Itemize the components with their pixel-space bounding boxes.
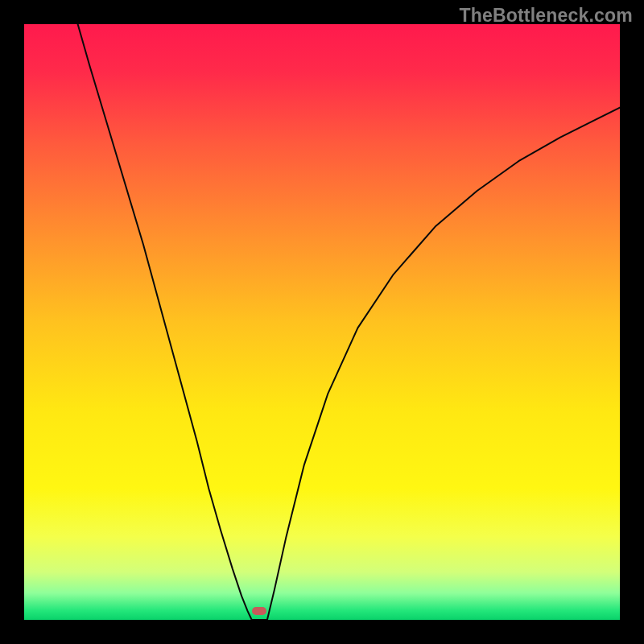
chart-frame: TheBottleneck.com — [0, 0, 644, 644]
optimum-marker — [252, 607, 266, 615]
bottleneck-curve — [24, 24, 620, 620]
watermark-text: TheBottleneck.com — [459, 5, 633, 27]
plot-area — [24, 24, 620, 620]
